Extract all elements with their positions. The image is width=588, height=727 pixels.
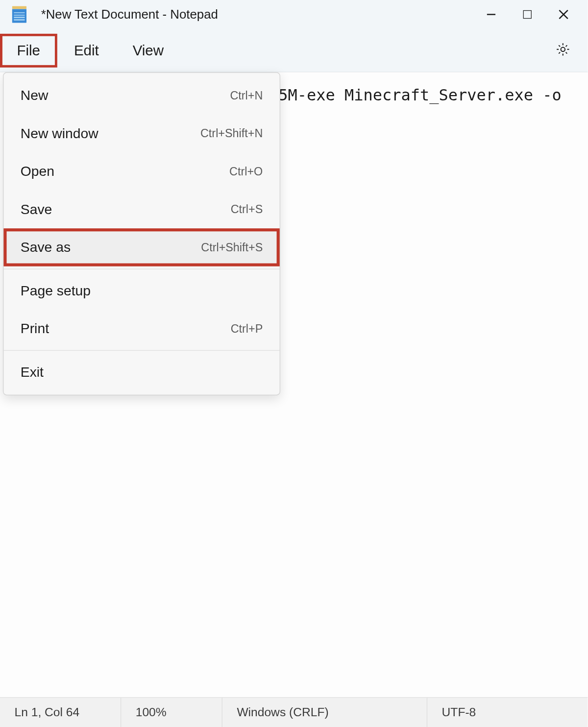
minimize-button[interactable] — [473, 0, 510, 29]
status-zoom[interactable]: 100% — [121, 698, 222, 727]
menu-item-shortcut: Ctrl+N — [230, 89, 263, 102]
menu-item-label: Save as — [21, 239, 71, 255]
file-menu-save-as[interactable]: Save asCtrl+Shift+S — [3, 228, 279, 266]
minimize-icon — [487, 14, 495, 15]
maximize-icon — [523, 10, 532, 19]
menu-bar: FileEditView — [0, 29, 588, 73]
file-menu-new-window[interactable]: New windowCtrl+Shift+N — [3, 115, 279, 152]
status-encoding: UTF-8 — [427, 698, 588, 727]
menu-item-label: New — [21, 87, 49, 103]
menu-item-shortcut: Ctrl+S — [231, 203, 263, 216]
menu-view[interactable]: View — [116, 33, 180, 67]
settings-button[interactable] — [547, 35, 579, 66]
menu-item-label: Page setup — [21, 283, 91, 299]
menu-item-label: Open — [21, 163, 54, 179]
menu-item-shortcut: Ctrl+P — [231, 322, 263, 335]
menu-item-shortcut: Ctrl+O — [229, 165, 263, 178]
file-menu-open[interactable]: OpenCtrl+O — [3, 152, 279, 190]
menu-file[interactable]: File — [0, 33, 57, 67]
menu-separator — [3, 350, 279, 351]
file-menu-page-setup[interactable]: Page setup — [3, 272, 279, 310]
editor-content: 5M-exe Minecraft_Server.exe -o — [278, 86, 562, 104]
menu-item-shortcut: Ctrl+Shift+N — [200, 127, 263, 140]
gear-icon — [555, 48, 571, 59]
file-menu-print[interactable]: PrintCtrl+P — [3, 310, 279, 347]
file-menu-save[interactable]: SaveCtrl+S — [3, 191, 279, 228]
menu-edit[interactable]: Edit — [57, 33, 116, 67]
close-button[interactable] — [545, 0, 582, 29]
menu-item-label: Print — [21, 320, 49, 337]
file-menu-dropdown: NewCtrl+NNew windowCtrl+Shift+NOpenCtrl+… — [3, 73, 280, 395]
menu-separator — [3, 269, 279, 269]
maximize-button[interactable] — [509, 0, 545, 29]
close-icon — [559, 10, 568, 20]
editor-area[interactable]: 5M-exe Minecraft_Server.exe -o NewCtrl+N… — [0, 73, 588, 698]
menu-item-label: Save — [21, 201, 52, 218]
window-title: *New Text Document - Notepad — [41, 7, 218, 22]
notepad-icon — [12, 6, 27, 23]
menu-item-shortcut: Ctrl+Shift+S — [201, 241, 263, 254]
menu-item-label: New window — [21, 125, 98, 142]
status-bar: Ln 1, Col 64 100% Windows (CRLF) UTF-8 — [0, 697, 588, 727]
menu-item-label: Exit — [21, 364, 44, 380]
status-line-ending: Windows (CRLF) — [222, 698, 427, 727]
title-bar: *New Text Document - Notepad — [0, 0, 588, 29]
svg-point-0 — [561, 47, 565, 51]
window-controls — [473, 0, 582, 29]
status-cursor-position: Ln 1, Col 64 — [0, 698, 121, 727]
file-menu-new[interactable]: NewCtrl+N — [3, 76, 279, 114]
file-menu-exit[interactable]: Exit — [3, 353, 279, 391]
